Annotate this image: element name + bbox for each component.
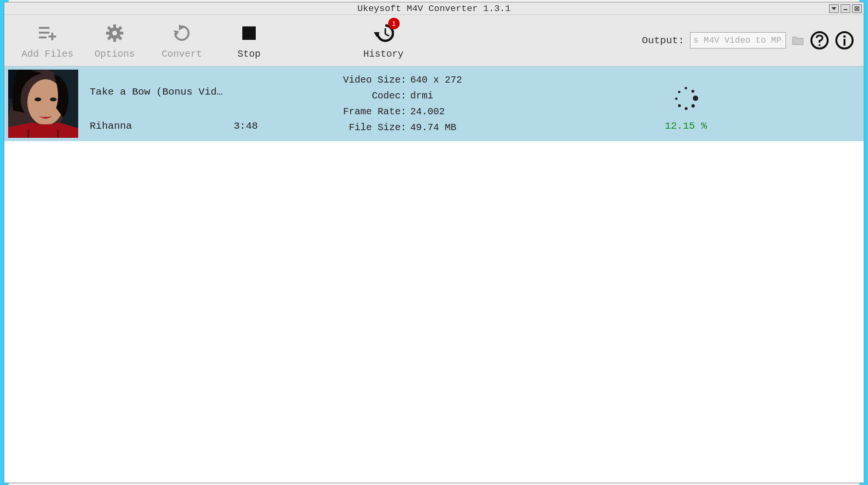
titlebar: Ukeysoft M4V Converter 1.3.1 [4, 2, 864, 15]
svg-marker-0 [832, 7, 836, 10]
stop-button[interactable]: Stop [215, 15, 283, 66]
svg-rect-13 [106, 32, 110, 35]
svg-rect-30 [844, 39, 845, 46]
output-label: Output: [642, 35, 684, 46]
minimize-button[interactable] [841, 4, 850, 13]
app-title: Ukeysoft M4V Converter 1.3.1 [357, 3, 511, 14]
title-column: Take a Bow (Bonus Vid… Rihanna [90, 69, 234, 138]
stop-icon [242, 22, 256, 45]
output-group: Output: [642, 31, 854, 50]
info-button[interactable] [835, 31, 854, 50]
thumbnail [8, 70, 78, 138]
video-size-value: 640 x 272 [410, 74, 462, 85]
svg-rect-11 [113, 24, 116, 28]
svg-rect-36 [27, 130, 29, 138]
svg-rect-12 [113, 38, 116, 42]
svg-point-35 [50, 97, 57, 101]
history-button[interactable]: 1 History [350, 15, 417, 66]
help-button[interactable] [810, 31, 829, 50]
frame-rate-value: 24.002 [410, 106, 445, 117]
svg-rect-37 [57, 130, 59, 138]
svg-point-19 [112, 31, 117, 36]
options-button[interactable]: Options [81, 15, 148, 66]
add-files-button[interactable]: Add Files [14, 15, 81, 66]
history-badge: 1 [388, 18, 400, 29]
video-size-label: Video Size: [339, 74, 406, 85]
metadata-column: Video Size: 640 x 272 Codec: drmi Frame … [339, 74, 512, 133]
svg-rect-14 [119, 32, 123, 35]
spinner-icon [674, 87, 698, 111]
gear-icon [105, 22, 124, 45]
browse-folder-button[interactable] [792, 35, 804, 46]
track-title: Take a Bow (Bonus Vid… [90, 86, 223, 97]
close-button[interactable] [852, 4, 862, 13]
output-path-input[interactable] [690, 32, 786, 48]
frame-rate-label: Frame Rate: [339, 106, 406, 117]
svg-point-34 [35, 97, 41, 101]
svg-marker-20 [179, 24, 185, 30]
convert-button[interactable]: Convert [148, 15, 215, 66]
window-controls [829, 4, 862, 13]
progress-percent: 12.15 % [665, 121, 707, 132]
svg-point-29 [844, 36, 846, 38]
list-item[interactable]: Take a Bow (Bonus Vid… Rihanna 3:48 Vide… [4, 66, 864, 141]
convert-icon [172, 22, 191, 45]
progress-column: 12.15 % [512, 69, 860, 138]
menu-button[interactable] [829, 4, 839, 13]
codec-label: Codec: [339, 90, 406, 101]
add-files-icon [38, 22, 57, 45]
duration-column: 3:48 [234, 69, 301, 138]
svg-rect-22 [242, 26, 256, 40]
app-window: Ukeysoft M4V Converter 1.3.1 [4, 2, 864, 483]
svg-line-25 [385, 34, 389, 36]
file-size-label: File Size: [339, 122, 406, 133]
file-list: Take a Bow (Bonus Vid… Rihanna 3:48 Vide… [4, 66, 864, 483]
file-size-value: 49.74 MB [410, 122, 456, 133]
codec-value: drmi [410, 90, 433, 101]
artist-name: Rihanna [90, 121, 132, 132]
svg-point-27 [819, 44, 820, 46]
toolbar: Add Files [4, 15, 864, 66]
duration: 3:48 [234, 121, 258, 132]
svg-rect-1 [844, 9, 847, 10]
